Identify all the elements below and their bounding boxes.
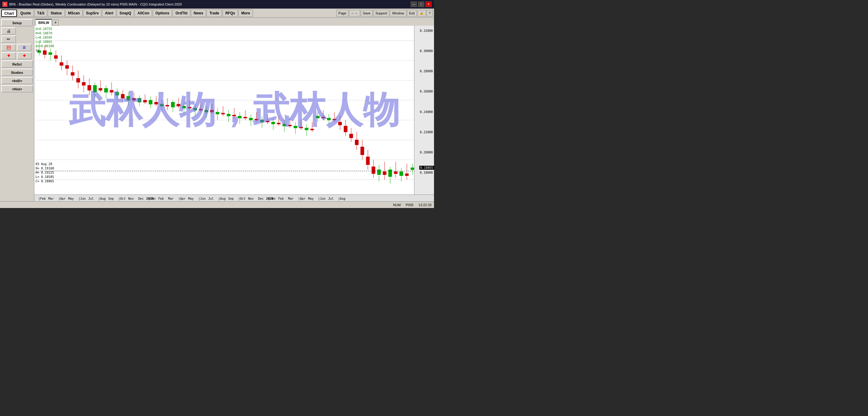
price-label-022000: 0.22000 (420, 130, 433, 134)
time-label: |Aug (218, 197, 225, 200)
svg-rect-91 (266, 121, 270, 122)
menu-btn-snapq[interactable]: SnapQ (117, 9, 134, 17)
chart-tab-br6w[interactable]: BR6,W (36, 19, 52, 26)
bottom-open: O= 0.19160 (36, 166, 54, 171)
svg-rect-37 (116, 92, 119, 95)
time-axis: |FebMar|AprMay|JunJul|AugSep|OctNovDec|J… (34, 194, 434, 201)
price-label-026000: 0.26000 (420, 90, 433, 93)
svg-rect-121 (349, 134, 353, 138)
time-label: |Apr (178, 197, 185, 200)
menu-btn-allcon[interactable]: AllCon (134, 9, 152, 17)
menu-btn-rfqs[interactable]: RFQs (222, 9, 238, 17)
right-btn-[interactable]: ? (427, 10, 433, 17)
svg-rect-53 (160, 104, 163, 106)
tool-btn-1[interactable]: ✦ (1, 52, 16, 59)
right-btn-window[interactable]: Window (390, 10, 406, 17)
svg-rect-139 (400, 171, 403, 175)
svg-rect-93 (272, 122, 275, 124)
price-label-020000: 0.20000 (420, 151, 433, 154)
chart-container[interactable]: O=0.18755 H=0.18870 L=0.18585 L=0.18865 … (34, 26, 434, 194)
menu-btn-status[interactable]: Status (48, 9, 65, 17)
time-label: Sep (228, 197, 234, 200)
menu-btn-news[interactable]: News (191, 9, 206, 17)
price-label-028000: 0.28000 (420, 69, 433, 73)
bottom-date: 03 Aug 20 (36, 162, 54, 166)
menu-btn-more[interactable]: More (239, 9, 253, 17)
maximize-button[interactable]: □ (418, 2, 424, 7)
svg-rect-79 (232, 115, 236, 116)
chart-type-button[interactable]: ⊟ (1, 44, 16, 51)
right-btn-exit[interactable]: Exit (407, 10, 417, 17)
svg-rect-25 (82, 83, 86, 86)
time-label: Mar (288, 197, 293, 200)
svg-rect-41 (127, 96, 130, 100)
menu-btn-t&s[interactable]: T&S (34, 9, 47, 17)
price-label-018000: 0.18000 (420, 171, 433, 174)
time-label: |Apr (298, 197, 306, 200)
close-button[interactable]: ✕ (426, 2, 432, 7)
time-label: |Jun (198, 197, 206, 200)
right-btn-page[interactable]: Page (336, 10, 348, 17)
time-label: Dec (138, 197, 144, 200)
svg-rect-83 (244, 117, 247, 118)
svg-rect-119 (344, 126, 347, 132)
add-tab-button[interactable]: + (53, 20, 59, 26)
ohlc-high: H=0.18870 (36, 31, 54, 35)
time-label: Feb (158, 197, 164, 200)
menu-btn-options[interactable]: Options (153, 9, 172, 17)
edit-icon-button[interactable]: ✏ (1, 35, 16, 43)
time-label: Jul (208, 197, 214, 200)
svg-rect-19 (65, 66, 69, 69)
menu-btn-mscan[interactable]: MScan (65, 9, 83, 17)
right-btn-support[interactable]: Support (373, 10, 390, 17)
time-label: May (68, 197, 74, 200)
menu-btn-quote[interactable]: Quote (18, 9, 34, 17)
print-icon-button[interactable]: 🖨 (1, 27, 16, 35)
time-label: |Aug (338, 197, 345, 200)
time-label: |Apr (58, 197, 66, 200)
title-bar: ✦ BR6 - Brazilian Real (Globex), Weekly … (0, 0, 434, 8)
status-bar: NUM P005 13:22:33 (0, 201, 434, 208)
menu-btn-trade[interactable]: Trade (207, 9, 222, 17)
price-scale: 0.320000.300000.280000.260000.240000.220… (414, 26, 434, 194)
menu-btn-alert[interactable]: Alert (102, 9, 116, 17)
setup-button[interactable]: Setup (1, 19, 33, 26)
svg-rect-123 (355, 140, 358, 145)
bottom-close: C= 0.18865 (36, 179, 54, 184)
svg-rect-73 (216, 112, 219, 114)
svg-rect-33 (104, 88, 107, 92)
right-btn-save[interactable]: Save (361, 10, 373, 17)
ohlc-open: O=0.18755 (36, 27, 54, 31)
menu-buttons: ChartQuoteT&SStatusMScanSupSrvAlertSnapQ… (1, 9, 253, 17)
svg-rect-109 (316, 116, 319, 118)
menu-btn-chart[interactable]: Chart (1, 9, 17, 17)
time-label: Nov (128, 197, 134, 200)
right-btn-[interactable]: ←→ (349, 10, 360, 17)
svg-rect-133 (383, 171, 386, 174)
svg-rect-65 (193, 108, 197, 110)
status-num: NUM (393, 203, 401, 207)
minimize-button[interactable]: — (411, 2, 417, 7)
svg-rect-129 (372, 167, 375, 174)
right-btn-[interactable]: 🔒 (417, 10, 426, 17)
svg-rect-57 (171, 102, 175, 107)
svg-rect-95 (277, 123, 280, 124)
tab-bar: BR6,W + (34, 18, 434, 26)
svg-rect-39 (121, 94, 124, 98)
sidebar-row-2: ✏ (1, 35, 33, 43)
status-page: P005 (405, 203, 413, 207)
chart-type2-button[interactable]: ≡ (17, 44, 32, 51)
hist-button[interactable]: <Hist> (1, 85, 33, 93)
tool-btn-2[interactable]: ✦ (17, 52, 32, 59)
menu-btn-supsrv[interactable]: SupSrv (83, 9, 101, 17)
studies-button[interactable]: Studies (1, 69, 33, 76)
main-area: Setup 🖨 ✏ ⊟ ≡ ✦ ✦ ReScl Studies <IntD> <… (0, 18, 434, 201)
sidebar-row-3: ⊟ ≡ (1, 44, 33, 51)
svg-rect-75 (221, 113, 225, 114)
rescl-button[interactable]: ReScl (1, 60, 33, 68)
svg-rect-127 (366, 157, 370, 165)
time-label: Sep (108, 197, 114, 200)
svg-rect-27 (88, 85, 91, 90)
menu-btn-ordtkt[interactable]: OrdTkt (173, 9, 190, 17)
intd-button[interactable]: <IntD> (1, 77, 33, 84)
